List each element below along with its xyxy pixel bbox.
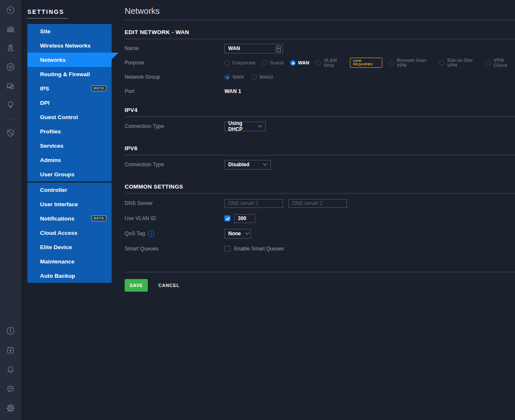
notifications-icon[interactable]	[5, 364, 16, 375]
smart-queues-checkbox[interactable]	[224, 246, 230, 252]
sidebar-item-routing-firewall[interactable]: Routing & Firewall	[27, 67, 112, 81]
rail-divider	[6, 119, 15, 119]
radio-remote-user-vpn: Remote User VPN	[389, 58, 433, 68]
radio-corporate: Corporate	[224, 60, 256, 66]
whats-new-icon[interactable]	[5, 345, 16, 355]
ipv6-section-title: IPV6	[125, 145, 515, 155]
name-input-wrap	[224, 44, 283, 53]
sidebar-item-user-interface[interactable]: User Interface	[27, 197, 112, 211]
smart-queues-label: Smart Queues	[125, 246, 224, 252]
actions-divider	[125, 272, 515, 272]
radio-network-group-wan2: WAN2	[251, 74, 273, 80]
ipv6-connection-type-select[interactable]: Disabled	[224, 160, 271, 170]
radio-site-to-site-vpn: Site-to-Site VPN	[439, 58, 479, 68]
settings-icon[interactable]	[5, 403, 16, 413]
dns-inputs	[224, 199, 347, 208]
radio-vpn-client: VPN Client	[486, 58, 515, 68]
autofill-icon[interactable]	[276, 45, 281, 52]
sidebar-item-guest-control[interactable]: Guest Control	[27, 110, 112, 124]
chat-icon[interactable]	[5, 384, 16, 394]
sidebar-item-ips[interactable]: IPSBETA	[27, 81, 112, 96]
qos-tag-label: QoS Tag	[125, 231, 145, 237]
info-icon[interactable]	[5, 326, 16, 336]
network-group-row: Network Group WAN WAN2	[125, 70, 515, 84]
sidebar-item-site[interactable]: Site	[27, 24, 112, 38]
actions-bar: SAVE CANCEL	[125, 279, 515, 292]
chevron-down-icon	[263, 163, 267, 166]
vlan-id-row: Use VLAN ID	[125, 211, 515, 226]
usw-required-badge: USW REQUIRED	[350, 58, 382, 68]
dns-server-label: DNS Server	[125, 200, 224, 206]
network-group-label: Network Group	[125, 74, 224, 80]
radio-guest: Guest	[262, 60, 284, 66]
sidebar-item-wireless-networks[interactable]: Wireless Networks	[27, 38, 112, 53]
save-button[interactable]: SAVE	[125, 279, 148, 292]
ipv4-section-title: IPV4	[125, 107, 515, 117]
vlan-id-checkbox[interactable]	[224, 215, 230, 221]
sidebar-item-networks[interactable]: Networks	[27, 53, 112, 67]
name-label: Name	[125, 45, 224, 51]
settings-sidebar: SETTINGS Site Wireless Networks Networks…	[21, 0, 125, 283]
qos-tag-label-wrap: QoS Tag i	[125, 231, 224, 237]
settings-menu: Site Wireless Networks Networks Routing …	[27, 24, 112, 283]
cancel-button[interactable]: CANCEL	[156, 282, 182, 288]
name-row: Name	[125, 41, 515, 56]
main-content: Networks EDIT NETWORK - WAN Name Purpose…	[125, 0, 515, 292]
devices-icon[interactable]	[5, 62, 16, 72]
radio-vlan-only: VLAN Only	[315, 58, 345, 68]
qos-info-icon[interactable]: i	[148, 231, 154, 237]
sidebar-item-profiles[interactable]: Profiles	[27, 124, 112, 138]
dns-server-1-input[interactable]	[224, 199, 283, 208]
ipv4-connection-type-select[interactable]: Using DHCP	[224, 122, 266, 131]
purpose-row: Purpose Corporate Guest WAN VLAN Only US…	[125, 56, 515, 70]
vlan-id-input[interactable]	[234, 214, 255, 223]
sidebar-item-auto-backup[interactable]: Auto Backup	[27, 268, 112, 283]
sidebar-item-services[interactable]: Services	[27, 138, 112, 153]
sidebar-item-maintenance[interactable]: Maintenance	[27, 254, 112, 268]
insights-icon[interactable]	[5, 100, 16, 110]
header-divider	[125, 20, 515, 20]
rail-top-group	[5, 0, 16, 138]
icon-rail	[0, 0, 21, 420]
sidebar-item-cloud-access[interactable]: Cloud Access	[27, 226, 112, 240]
sidebar-item-dpi[interactable]: DPI	[27, 96, 112, 110]
threat-management-icon[interactable]	[5, 128, 16, 138]
sidebar-item-user-groups[interactable]: User Groups	[27, 167, 112, 181]
network-group-options: WAN WAN2	[224, 74, 273, 80]
edit-network-section-title: EDIT NETWORK - WAN	[125, 29, 515, 39]
beta-badge: BETA	[91, 85, 107, 91]
dashboard-icon[interactable]	[5, 5, 16, 15]
chevron-down-icon	[245, 232, 249, 235]
clients-icon[interactable]	[5, 81, 16, 91]
smart-queues-controls: Enable Smart Queues	[224, 246, 284, 252]
ipv4-connection-type-label: Connection Type	[125, 123, 224, 129]
qos-tag-select[interactable]: None	[224, 229, 251, 239]
dns-server-2-input[interactable]	[288, 199, 347, 208]
qos-tag-row: QoS Tag i None	[125, 226, 515, 241]
ipv6-connection-type-row: Connection Type Disabled	[125, 157, 515, 172]
smart-queues-row: Smart Queues Enable Smart Queues	[125, 241, 515, 256]
settings-title-rule	[27, 18, 68, 19]
sidebar-item-elite-device[interactable]: Elite Device	[27, 240, 112, 254]
sidebar-item-controller[interactable]: Controller	[27, 183, 112, 197]
chevron-down-icon	[258, 125, 262, 128]
beta-badge: BETA	[91, 215, 107, 221]
map-icon[interactable]	[5, 43, 16, 53]
purpose-label: Purpose	[125, 60, 224, 66]
sidebar-item-admins[interactable]: Admins	[27, 153, 112, 167]
name-input[interactable]	[224, 44, 283, 53]
port-label: Port	[125, 88, 224, 94]
sidebar-item-notifications[interactable]: NotificationsBETA	[27, 211, 112, 226]
port-value: WAN 1	[224, 88, 241, 94]
ipv4-connection-type-row: Connection Type Using DHCP	[125, 119, 515, 133]
smart-queues-checkbox-label: Enable Smart Queues	[234, 246, 284, 252]
radio-network-group-wan: WAN	[224, 74, 244, 80]
port-row: Port WAN 1	[125, 84, 515, 98]
rail-bottom-group	[5, 326, 16, 420]
common-settings-section-title: COMMON SETTINGS	[125, 183, 515, 194]
radio-wan[interactable]: WAN	[290, 60, 310, 66]
dns-server-row: DNS Server	[125, 196, 515, 211]
vlan-id-controls	[224, 214, 255, 223]
statistics-icon[interactable]	[5, 24, 16, 34]
settings-title: SETTINGS	[27, 8, 125, 15]
